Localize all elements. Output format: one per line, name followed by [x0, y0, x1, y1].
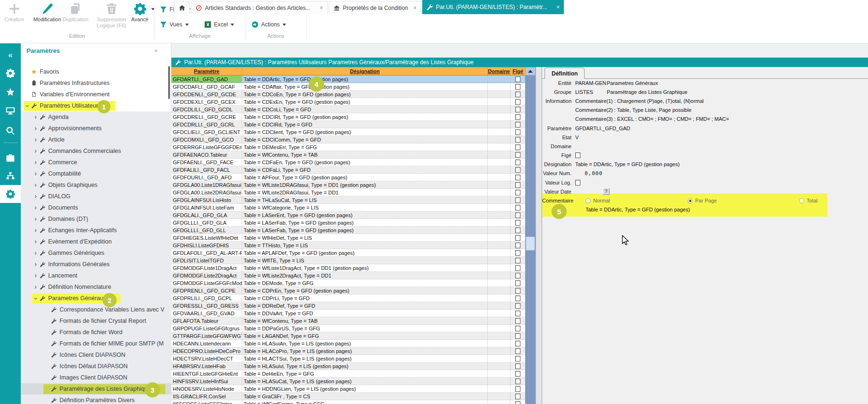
sidebar-item[interactable]: Formats de fichier Crystal Report — [21, 315, 171, 327]
sidebar-item[interactable]: Echanges Inter-Applicatifs — [21, 225, 171, 236]
tab-proprietes-condition[interactable]: Propriétés de la Condition × — [329, 1, 421, 14]
table-row[interactable]: GFDCOMXLI._GFD_GCOTable = CDCIComm, Type… — [171, 136, 525, 143]
scrollbar-thumb[interactable] — [526, 236, 535, 251]
chevron-right-icon[interactable] — [32, 240, 39, 244]
fige-checkbox[interactable] — [515, 220, 520, 226]
fige-checkbox[interactable] — [515, 288, 520, 294]
table-row[interactable]: GFDMODGF.Liste2DragActTable = WfListe2Dr… — [171, 272, 525, 279]
table-row[interactable]: GFDCDAFLI._GFD_GCAFTable = CDAffair, Typ… — [171, 83, 525, 91]
chevron-down-icon[interactable] — [24, 104, 31, 108]
chevron-down-icon[interactable] — [185, 24, 189, 26]
table-row[interactable]: GFDGLALI._GFD_GLATable = LASerEnt, Type … — [171, 211, 525, 219]
views-button[interactable]: Vues — [160, 19, 189, 30]
fige-checkbox[interactable] — [515, 318, 520, 324]
logical-delete-button[interactable]: Suppression Logique (F6) — [93, 2, 130, 33]
search-icon[interactable] — [0, 123, 21, 139]
chevron-right-icon[interactable] — [32, 251, 39, 255]
fige-checkbox[interactable] — [515, 152, 520, 158]
table-row[interactable]: GFDGLLLI._GFD_GLLTable = LASerFab, Type … — [171, 227, 525, 234]
fige-checkbox[interactable] — [515, 99, 520, 105]
fige-checkbox[interactable] — [515, 311, 520, 316]
table-row[interactable]: GFDGLLLI._GFD_GLATable = LASerFab, Type … — [171, 219, 525, 227]
fige-checkbox[interactable] — [515, 227, 520, 233]
column-header-fige[interactable]: Figé — [511, 67, 525, 75]
sidebar-item[interactable]: Variables d'Environnement — [21, 89, 171, 100]
scroll-up-icon[interactable] — [525, 67, 536, 76]
table-row[interactable]: IISFCOGF.ListeGFGlistesTable = WfCartFra… — [171, 400, 525, 404]
chevron-right-icon[interactable] — [32, 149, 39, 153]
table-row[interactable]: IIS-GRACLIFR.ConSelTable = GraCliFr , Ty… — [171, 393, 525, 400]
table-row[interactable]: GFDGLA00.Liste1DRAGfasuiTable = WfListe1… — [171, 181, 525, 189]
fige-checkbox[interactable] — [515, 386, 520, 392]
table-row[interactable]: GRPDPUGF.ListeGFGfcgrusTable = DDPaGrUS,… — [171, 325, 525, 332]
table-row[interactable]: GFDARTLI._GFD_GADTable = DDArtic, Type =… — [171, 76, 525, 83]
chevron-right-icon[interactable] — [32, 194, 39, 199]
chevron-right-icon[interactable] — [32, 138, 39, 142]
table-row[interactable]: GFDHIEGES.ListeWfHieDetTable = WfHieDet,… — [171, 234, 525, 242]
table-row[interactable]: HDECANN.ListehdecannTable = HLASuiAn, Ty… — [171, 340, 525, 347]
sidebar-item[interactable]: Comptabilité — [21, 168, 171, 179]
advanced-button[interactable]: Avancé — [128, 2, 151, 33]
sidebar-item[interactable]: Favoris — [21, 66, 171, 77]
sidebar-item[interactable]: Approvisionnements — [21, 123, 171, 134]
fige-checkbox[interactable] — [515, 92, 520, 97]
close-icon[interactable]: × — [154, 47, 158, 54]
fige-checkbox[interactable] — [515, 356, 520, 362]
table-row[interactable]: GFDFALILI._GFD_FACLTable = CDFaLi, Type … — [171, 166, 525, 174]
sidebar-item[interactable]: Parametres Généraux — [21, 293, 171, 304]
table-row[interactable]: GFDPRLILI._GFD_GCPLTable = CDPrLi, Type … — [171, 295, 525, 302]
fige-checkbox[interactable] — [515, 197, 520, 203]
chevron-right-icon[interactable] — [32, 262, 39, 267]
sidebar-item[interactable]: Icônes Client DIAPASON — [21, 349, 171, 361]
create-button[interactable]: Création — [3, 2, 26, 33]
fige-checkbox[interactable] — [515, 401, 520, 404]
monitor-icon[interactable] — [0, 103, 21, 119]
fige-checkbox[interactable] — [515, 265, 520, 271]
star-icon[interactable] — [0, 84, 21, 100]
column-header-domaine[interactable]: Domaine — [488, 67, 511, 75]
fige-checkbox[interactable] — [515, 129, 520, 135]
fige-checkbox[interactable] — [515, 122, 520, 127]
fige-checkbox[interactable] — [515, 190, 520, 195]
fige-checkbox[interactable] — [515, 137, 520, 143]
hierarchy-icon[interactable] — [0, 168, 21, 184]
fige-checkbox[interactable] — [515, 144, 520, 150]
table-row[interactable]: GFDCDRELI._GFD_GCRETable = CDCIRt, Type … — [171, 113, 525, 121]
chevron-right-icon[interactable] — [32, 274, 39, 278]
table-row[interactable]: HFABRSRV.ListeHFabTable = HLASuivi, Type… — [171, 362, 525, 370]
radio-par-page[interactable]: Par Page — [688, 198, 717, 203]
sidebar-item[interactable]: Commerce — [21, 157, 171, 168]
close-icon[interactable]: × — [316, 5, 323, 11]
fige-checkbox[interactable] — [515, 160, 520, 165]
sidebar-item[interactable]: Documents — [21, 202, 171, 213]
fige-checkbox[interactable] — [515, 205, 520, 210]
fige-checkbox[interactable] — [515, 182, 520, 188]
fige-checkbox[interactable] — [515, 107, 520, 112]
date-help-button[interactable]: ? — [603, 188, 610, 195]
chevron-right-icon[interactable] — [32, 115, 39, 119]
table-row[interactable]: HDECOPRO.ListeHDeCoProTable = HLACoPro, … — [171, 347, 525, 355]
sidebar-item[interactable]: DIALOG — [21, 191, 171, 202]
sidebar-item[interactable]: Correspondance Variables Liens avec V — [21, 304, 171, 315]
chevron-right-icon[interactable] — [32, 217, 39, 221]
fige-checkbox[interactable] — [515, 235, 520, 241]
actions-button[interactable]: Actions — [251, 19, 286, 30]
field-checkbox[interactable] — [575, 152, 580, 158]
chevron-down-icon[interactable] — [282, 24, 286, 26]
fige-checkbox[interactable] — [515, 175, 520, 180]
duplicate-button[interactable]: Duplication — [60, 2, 92, 33]
table-row[interactable]: GFDMODGF.ListeGFGFcModesTable = DEMode, … — [171, 279, 525, 287]
collapse-sidebar-icon[interactable]: « — [0, 47, 21, 63]
table-row[interactable]: GFDCLIELI._GFD_GCLIENTTable = CDClient, … — [171, 128, 525, 136]
fige-checkbox[interactable] — [515, 295, 520, 301]
vertical-scrollbar[interactable] — [525, 67, 536, 404]
chevron-right-icon[interactable] — [32, 172, 39, 176]
home-tab[interactable] — [174, 1, 190, 14]
excel-button[interactable]: Excel — [204, 19, 234, 30]
sidebar-item[interactable]: Domaines (DT) — [21, 213, 171, 225]
sidebar-item[interactable]: Objets Graphiques — [21, 179, 171, 191]
fige-checkbox[interactable] — [515, 258, 520, 263]
chevron-right-icon[interactable] — [32, 285, 39, 289]
table-row[interactable]: HINFSSRV.ListeHInfSuiTable = HLASuCat, T… — [171, 378, 525, 385]
table-row[interactable]: GFDCDLILI._GFD_GCDLTable = CDCoLi, Type … — [171, 106, 525, 113]
